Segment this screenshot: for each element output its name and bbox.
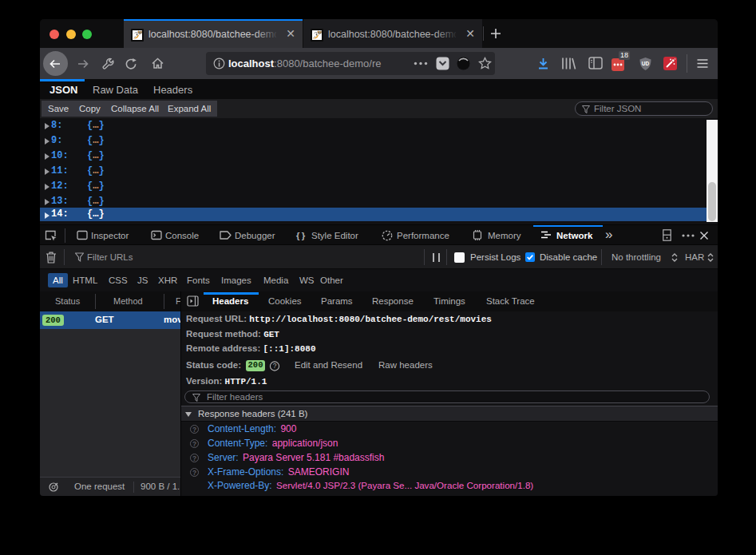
svg-text:?: ? (273, 362, 277, 370)
svg-text:UD: UD (642, 61, 650, 66)
